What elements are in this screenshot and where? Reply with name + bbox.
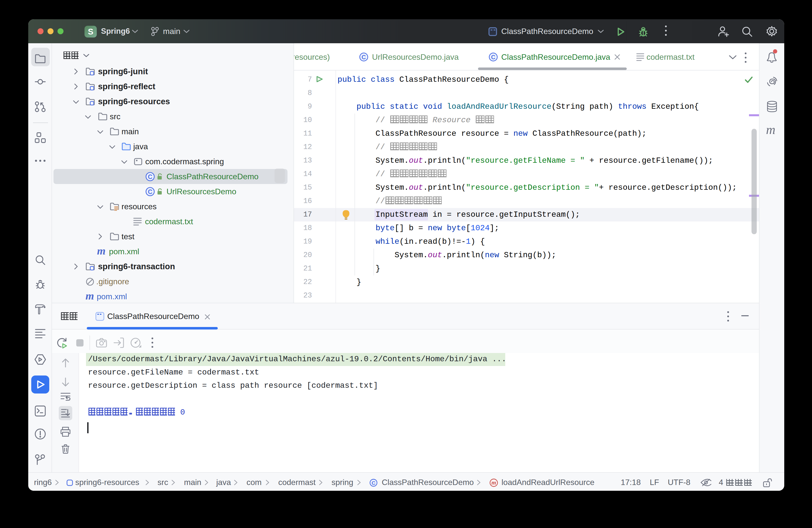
svg-text:m: m xyxy=(492,479,496,486)
svg-text:C: C xyxy=(148,173,152,180)
svg-text:C: C xyxy=(362,54,366,60)
svg-text:C: C xyxy=(148,188,152,195)
svg-text:C: C xyxy=(372,480,375,486)
svg-text:C: C xyxy=(491,54,495,60)
